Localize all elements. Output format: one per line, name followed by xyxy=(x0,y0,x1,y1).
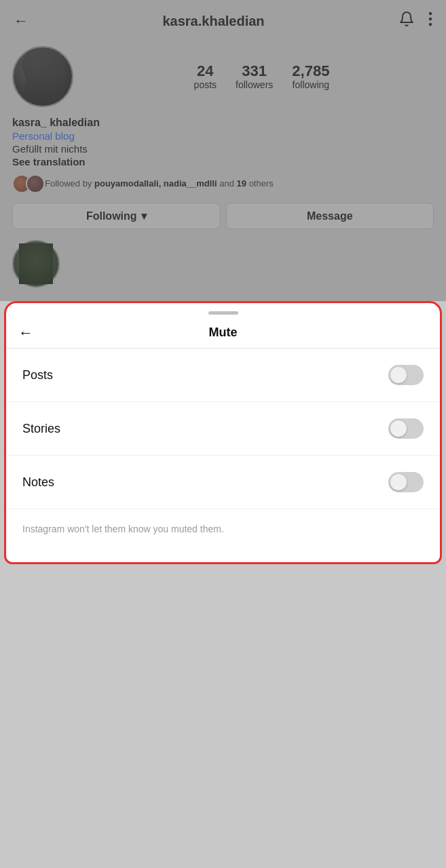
profile-link[interactable]: Personal blog xyxy=(12,130,434,142)
profile-top: 24 posts 331 followers 2,785 following xyxy=(12,46,434,107)
bell-icon xyxy=(398,11,415,27)
drag-handle[interactable] xyxy=(208,311,238,315)
header-icons xyxy=(397,9,434,33)
follower-avatar-2 xyxy=(26,174,45,193)
svg-point-1 xyxy=(429,18,432,20)
sheet-back-button[interactable]: ← xyxy=(18,324,33,342)
posts-mute-row: Posts xyxy=(6,349,440,402)
mute-footer: Instagram won't let them know you muted … xyxy=(6,509,440,542)
more-options-button[interactable] xyxy=(427,9,434,33)
followers-count: 331 xyxy=(242,63,267,79)
profile-username-header: kasra.khaledian xyxy=(162,14,264,29)
posts-mute-label: Posts xyxy=(22,368,53,382)
followed-by-names: pouyamodallali, nadia__mdlli xyxy=(94,178,217,189)
mute-bottom-sheet: ← Mute Posts Stories xyxy=(4,301,442,564)
follower-avatar-group xyxy=(12,174,39,193)
story-thumbnail xyxy=(19,243,53,284)
story-row xyxy=(0,240,446,288)
posts-label: posts xyxy=(194,79,217,90)
followed-by-row: Followed by pouyamodallali, nadia__mdlli… xyxy=(12,174,434,193)
notes-toggle-track xyxy=(388,472,424,492)
posts-toggle-thumb xyxy=(390,367,407,383)
notes-toggle-thumb xyxy=(390,474,407,490)
avatar-image xyxy=(14,47,72,106)
notes-mute-row: Notes xyxy=(6,456,440,509)
avatar[interactable] xyxy=(12,46,73,107)
action-buttons: Following ▾ Message xyxy=(12,203,434,229)
svg-point-2 xyxy=(429,23,432,26)
following-label: Following xyxy=(86,210,137,222)
following-button[interactable]: Following ▾ xyxy=(12,203,221,229)
following-label: following xyxy=(293,79,329,90)
followers-stat[interactable]: 331 followers xyxy=(236,63,273,90)
page: ← kasra.khaledian xyxy=(0,0,446,868)
sheet-header: ← Mute xyxy=(6,319,440,349)
profile-bio: Gefüllt mit nichts xyxy=(12,143,434,155)
notes-mute-label: Notes xyxy=(22,475,54,490)
following-count: 2,785 xyxy=(292,63,329,79)
posts-stat[interactable]: 24 posts xyxy=(194,63,217,90)
header: ← kasra.khaledian xyxy=(0,0,446,39)
see-translation-button[interactable]: See translation xyxy=(12,156,434,167)
posts-toggle[interactable] xyxy=(388,365,424,385)
notes-toggle[interactable] xyxy=(388,472,424,492)
posts-count: 24 xyxy=(197,63,213,79)
notification-button[interactable] xyxy=(397,9,416,33)
followed-by-suffix: and xyxy=(219,178,236,189)
stories-mute-row: Stories xyxy=(6,402,440,456)
stories-toggle[interactable] xyxy=(388,418,424,439)
message-button[interactable]: Message xyxy=(226,203,434,229)
more-vertical-icon xyxy=(428,11,432,27)
story-circle[interactable] xyxy=(12,240,60,288)
back-button[interactable]: ← xyxy=(12,11,30,31)
followed-by-prefix: Followed by xyxy=(45,178,92,189)
profile-section: 24 posts 331 followers 2,785 following k… xyxy=(0,39,446,229)
stories-toggle-track xyxy=(388,418,424,439)
stats-row: 24 posts 331 followers 2,785 following xyxy=(90,63,434,90)
following-stat[interactable]: 2,785 following xyxy=(292,63,329,90)
followed-by-count: 19 xyxy=(237,178,246,189)
stories-toggle-thumb xyxy=(390,420,407,437)
followed-by-text: Followed by pouyamodallali, nadia__mdlli… xyxy=(45,178,274,190)
profile-background: ← kasra.khaledian xyxy=(0,0,446,301)
profile-username: kasra_ khaledian xyxy=(12,117,434,129)
chevron-down-icon: ▾ xyxy=(141,210,147,222)
stories-mute-label: Stories xyxy=(22,422,60,436)
svg-point-0 xyxy=(429,12,432,15)
followed-by-others: others xyxy=(246,178,274,189)
sheet-title: Mute xyxy=(209,326,238,340)
bottom-sheet-wrapper: ← Mute Posts Stories xyxy=(0,301,446,564)
followers-label: followers xyxy=(236,79,273,90)
avatar-silhouette xyxy=(19,48,67,106)
mute-footer-text: Instagram won't let them know you muted … xyxy=(22,524,224,534)
posts-toggle-track xyxy=(388,365,424,385)
